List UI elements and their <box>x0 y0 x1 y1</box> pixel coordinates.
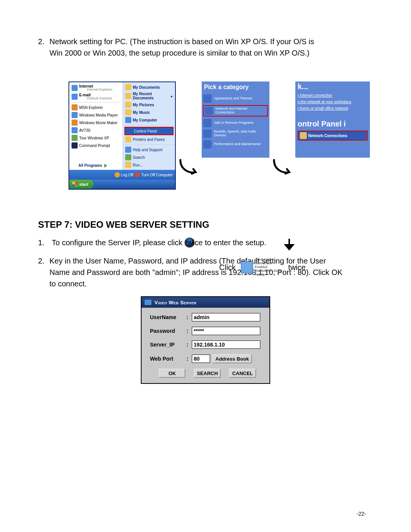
windows-flag-icon <box>72 182 78 187</box>
start-msn[interactable]: MSN Explorer <box>71 104 121 111</box>
cmd-icon <box>72 142 78 149</box>
folder-icon <box>125 93 131 99</box>
addremove-icon <box>203 119 212 127</box>
run-item[interactable]: Run... <box>124 161 174 168</box>
mail-icon <box>72 94 78 100</box>
dialog-title-bar: Video Web Server <box>142 297 269 308</box>
task-workplace[interactable]: o the network at your workplace <box>298 100 368 104</box>
control-panel-icon <box>126 128 132 134</box>
page-number: -22- <box>357 511 366 517</box>
cancel-button[interactable]: CANCEL <box>229 369 256 378</box>
cat-appearance[interactable]: Appearance and Themes <box>203 94 268 103</box>
all-programs[interactable]: All Programs <box>71 162 121 170</box>
my-computer[interactable]: My Computer <box>124 117 174 123</box>
start-button[interactable]: start <box>69 180 94 189</box>
figure-row: InternetInternet Explorer E-mailOutlook … <box>68 81 373 192</box>
search-button[interactable]: SEARCH <box>194 369 221 378</box>
my-music[interactable]: My Music <box>124 109 174 116</box>
cat-sounds[interactable]: Sounds, Speech, and Audio Devices <box>203 129 268 138</box>
wmm-icon <box>72 120 78 126</box>
network-icon <box>205 107 213 115</box>
start-wmp[interactable]: Windows Media Player <box>71 112 121 118</box>
webport-label: Web Port <box>150 356 184 362</box>
turn-off[interactable]: Turn Off Computer <box>135 172 173 177</box>
password-label: Password <box>150 328 184 334</box>
arrow-icon <box>177 158 200 173</box>
triangle-icon <box>104 164 107 168</box>
task-internet[interactable]: r Internet connection <box>298 93 368 97</box>
serverip-label: Server_IP <box>150 342 184 348</box>
folder-icon <box>125 84 131 90</box>
appearance-icon <box>203 94 212 103</box>
lan-icon <box>241 261 253 273</box>
network-tasks-pane: k... r Internet connection o the network… <box>295 81 370 158</box>
taskbar: start <box>69 180 175 189</box>
wmp-icon <box>72 112 78 118</box>
search-icon <box>125 154 131 160</box>
control-panel-item[interactable]: Control Panel <box>124 127 174 135</box>
start-menu: InternetInternet Explorer E-mailOutlook … <box>68 81 176 190</box>
password-input[interactable] <box>192 327 260 335</box>
webport-input[interactable] <box>192 355 210 363</box>
ok-button[interactable]: OK <box>159 369 185 378</box>
dialog-icon <box>145 300 151 305</box>
lan-connection-icon[interactable]: Local Area Connection Enabled Realtek RT… <box>241 259 283 276</box>
computer-icon <box>125 117 131 123</box>
intro-paragraph: 2.Network setting for PC. (The instructi… <box>38 36 373 59</box>
tour-icon <box>72 135 78 141</box>
address-book-button[interactable]: Address Book <box>212 354 252 363</box>
start-wmm[interactable]: Windows Movie Maker <box>71 119 121 126</box>
log-off[interactable]: Log Off <box>115 172 134 177</box>
cat-perf[interactable]: Performance and Maintenance <box>203 140 268 149</box>
username-label: UserName <box>150 314 184 320</box>
my-pictures[interactable]: My Pictures <box>124 101 174 108</box>
help-icon <box>125 147 131 153</box>
start-cmd[interactable]: Command Prompt <box>71 142 121 149</box>
my-recent-docs[interactable]: My Recent Documents▸ <box>124 91 174 101</box>
k-heading: k... <box>298 82 368 91</box>
perf-icon <box>203 140 212 149</box>
task-home[interactable]: r home or small office network <box>298 106 368 110</box>
video-web-server-dialog: Video Web Server UserName: Password: Ser… <box>141 296 270 384</box>
printer-icon <box>125 136 131 142</box>
pick-category-title: Pick a category <box>204 84 268 91</box>
run-icon <box>125 162 131 168</box>
folder-icon <box>125 102 131 108</box>
twice-label: twice <box>288 263 306 272</box>
step7-item1: 1. To configure the Server IP, please cl… <box>38 237 373 248</box>
start-av730[interactable]: AV730 <box>71 127 121 134</box>
username-input[interactable] <box>192 313 260 321</box>
arrow-down-icon <box>282 238 297 255</box>
start-email[interactable]: E-mailOutlook Express <box>71 93 121 101</box>
turnoff-icon <box>135 172 140 177</box>
sounds-icon <box>203 129 212 138</box>
my-documents[interactable]: My Documents <box>124 84 174 91</box>
arrow-icon <box>271 158 294 173</box>
step7-item2: 2.Key in the User Name, Password, and IP… <box>38 255 373 289</box>
serverip-input[interactable] <box>192 340 260 349</box>
av-icon <box>72 127 78 133</box>
help-support[interactable]: Help and Support <box>124 146 174 153</box>
control-panel-categories: Pick a category Appearance and Themes Ne… <box>202 81 269 158</box>
click-label: Click <box>219 263 236 272</box>
cat-addremove[interactable]: Add or Remove Programs <box>203 119 268 127</box>
logoff-icon <box>115 172 120 177</box>
start-internet[interactable]: InternetInternet Explorer <box>71 84 121 92</box>
step7-heading: STEP 7: VIDEO WEB SERVER SETTING <box>38 219 373 230</box>
cat-network[interactable]: Network and Internet Connections <box>203 105 268 117</box>
folder-icon <box>125 109 131 115</box>
lan-click-row: Click Local Area Connection Enabled Real… <box>219 259 306 276</box>
network-connections-icon[interactable]: Network Connections <box>298 131 368 141</box>
search-item[interactable]: Search <box>124 154 174 161</box>
start-footer: Log Off Turn Off Computer <box>69 170 175 180</box>
start-tour[interactable]: Tour Windows XP <box>71 134 121 141</box>
printers-faxes[interactable]: Printers and Faxes <box>124 136 174 143</box>
nc-icon <box>300 132 307 139</box>
control-panel-icon-title: ontrol Panel i <box>298 120 368 128</box>
ie-icon <box>72 85 78 91</box>
msn-icon <box>72 104 78 110</box>
